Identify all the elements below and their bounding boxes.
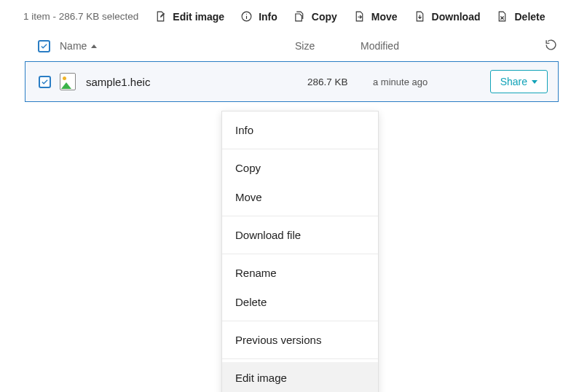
ctx-copy[interactable]: Copy [222,152,378,184]
info-label: Info [259,11,277,23]
toolbar: 1 item - 286.7 KB selected Edit image In… [0,0,579,31]
edit-image-label: Edit image [173,11,224,23]
ctx-previous-versions[interactable]: Previous versions [222,324,378,356]
edit-icon [154,10,167,23]
column-name-header[interactable]: Name [60,40,295,52]
ctx-move[interactable]: Move [222,184,378,213]
refresh-icon[interactable] [545,39,557,51]
image-file-icon [60,73,76,90]
download-button[interactable]: Download [414,10,481,23]
select-all-checkbox[interactable] [38,40,60,52]
move-icon [353,10,366,23]
file-modified: a minute ago [373,77,475,87]
table-header: Name Size Modified [0,31,579,61]
file-name: sample1.heic [86,76,307,88]
copy-button[interactable]: Copy [294,10,337,23]
edit-image-button[interactable]: Edit image [154,10,224,23]
copy-label: Copy [312,11,337,23]
download-icon [414,10,426,23]
delete-label: Delete [514,11,545,23]
column-modified-header[interactable]: Modified [361,40,462,52]
file-size: 286.7 KB [307,77,373,87]
sort-asc-icon [91,44,97,48]
delete-button[interactable]: Delete [496,10,545,23]
ctx-info[interactable]: Info [222,114,378,146]
move-button[interactable]: Move [353,10,398,23]
table-row[interactable]: sample1.heic 286.7 KB a minute ago Share [25,61,559,102]
ctx-rename[interactable]: Rename [222,257,378,289]
share-label: Share [500,76,527,87]
chevron-down-icon [532,80,537,84]
ctx-delete[interactable]: Delete [222,289,378,318]
copy-icon [294,10,306,23]
share-button[interactable]: Share [490,70,548,93]
move-label: Move [371,11,398,23]
info-icon [240,10,253,23]
delete-icon [496,10,508,23]
column-size-header[interactable]: Size [295,40,361,52]
row-checkbox[interactable] [39,76,51,88]
selection-info: 1 item - 286.7 KB selected [23,11,138,22]
context-menu: Info Copy Move Download file Rename Dele… [221,111,379,392]
svg-point-2 [246,14,247,15]
column-name-label: Name [60,40,87,52]
ctx-edit-image[interactable]: Edit image [222,362,378,392]
ctx-download-file[interactable]: Download file [222,219,378,251]
info-button[interactable]: Info [240,10,277,23]
download-label: Download [432,11,481,23]
